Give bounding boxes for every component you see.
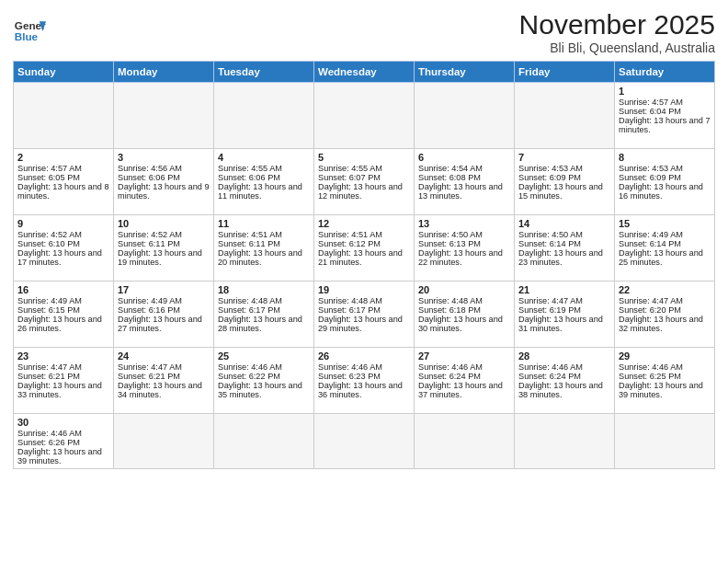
logo: General Blue: [13, 15, 46, 48]
day-number: 15: [619, 218, 711, 229]
day-number: 28: [518, 350, 610, 362]
day-number: 2: [17, 152, 109, 163]
day-header-wednesday: Wednesday: [314, 62, 415, 83]
day-info: Sunrise: 4:52 AM: [17, 230, 109, 239]
day-number: 8: [619, 152, 711, 163]
day-info: Sunset: 6:21 PM: [17, 372, 109, 381]
calendar-cell: [114, 414, 214, 469]
day-info: Daylight: 13 hours and 8 minutes.: [17, 182, 109, 201]
day-number: 27: [418, 350, 510, 362]
day-number: 21: [518, 284, 610, 295]
calendar-cell: [415, 83, 515, 149]
day-info: Sunset: 6:08 PM: [418, 173, 510, 182]
day-info: Sunrise: 4:53 AM: [619, 164, 711, 173]
day-number: 19: [318, 284, 410, 295]
day-info: Sunset: 6:21 PM: [118, 372, 210, 381]
day-info: Sunrise: 4:51 AM: [218, 230, 310, 239]
calendar-cell: [214, 414, 314, 469]
day-info: Daylight: 13 hours and 37 minutes.: [418, 381, 510, 399]
day-info: Sunrise: 4:47 AM: [518, 296, 610, 305]
day-number: 13: [418, 218, 510, 229]
day-info: Sunset: 6:24 PM: [418, 372, 510, 381]
day-number: 11: [218, 218, 310, 229]
calendar-cell: 10Sunrise: 4:52 AMSunset: 6:11 PMDayligh…: [114, 215, 214, 282]
header-row: SundayMondayTuesdayWednesdayThursdayFrid…: [14, 62, 715, 83]
day-info: Sunset: 6:15 PM: [17, 305, 109, 315]
calendar-cell: 28Sunrise: 4:46 AMSunset: 6:24 PMDayligh…: [515, 348, 615, 414]
day-number: 6: [418, 152, 510, 163]
day-info: Sunrise: 4:51 AM: [318, 230, 410, 239]
calendar-cell: 29Sunrise: 4:46 AMSunset: 6:25 PMDayligh…: [615, 348, 715, 414]
day-info: Sunrise: 4:48 AM: [418, 296, 510, 305]
day-info: Sunrise: 4:46 AM: [619, 362, 711, 372]
calendar-cell: 20Sunrise: 4:48 AMSunset: 6:18 PMDayligh…: [415, 282, 515, 348]
day-info: Sunrise: 4:57 AM: [17, 164, 109, 173]
day-info: Sunrise: 4:46 AM: [518, 362, 610, 372]
day-number: 18: [218, 284, 310, 295]
day-header-sunday: Sunday: [14, 62, 114, 83]
calendar-cell: 12Sunrise: 4:51 AMSunset: 6:12 PMDayligh…: [314, 215, 415, 282]
calendar-cell: 17Sunrise: 4:49 AMSunset: 6:16 PMDayligh…: [114, 282, 214, 348]
day-info: Sunrise: 4:48 AM: [218, 296, 310, 305]
day-info: Sunrise: 4:47 AM: [17, 362, 109, 372]
header: General Blue November 2025 Bli Bli, Quee…: [13, 9, 715, 55]
calendar-cell: [314, 83, 415, 149]
day-info: Sunrise: 4:47 AM: [118, 362, 210, 372]
day-info: Daylight: 13 hours and 13 minutes.: [418, 182, 510, 201]
day-info: Daylight: 13 hours and 26 minutes.: [17, 315, 109, 333]
calendar-cell: 24Sunrise: 4:47 AMSunset: 6:21 PMDayligh…: [114, 348, 214, 414]
day-info: Sunrise: 4:46 AM: [318, 362, 410, 372]
day-info: Daylight: 13 hours and 16 minutes.: [619, 182, 711, 201]
day-info: Sunset: 6:06 PM: [218, 173, 310, 182]
day-info: Daylight: 13 hours and 20 minutes.: [218, 248, 310, 267]
calendar-cell: 5Sunrise: 4:55 AMSunset: 6:07 PMDaylight…: [314, 149, 415, 215]
calendar-cell: 9Sunrise: 4:52 AMSunset: 6:10 PMDaylight…: [14, 215, 114, 282]
day-info: Sunset: 6:20 PM: [619, 305, 711, 315]
day-number: 1: [619, 86, 711, 97]
day-info: Sunset: 6:06 PM: [118, 173, 210, 182]
calendar-title: November 2025: [519, 9, 715, 40]
day-info: Sunset: 6:26 PM: [17, 438, 109, 447]
day-number: 17: [118, 284, 210, 295]
day-info: Sunrise: 4:46 AM: [17, 429, 109, 438]
day-number: 14: [518, 218, 610, 229]
day-info: Daylight: 13 hours and 17 minutes.: [17, 248, 109, 267]
day-number: 25: [218, 350, 310, 362]
calendar-cell: 1Sunrise: 4:57 AMSunset: 6:04 PMDaylight…: [615, 83, 715, 149]
day-info: Daylight: 13 hours and 31 minutes.: [518, 315, 610, 333]
calendar-cell: [415, 414, 515, 469]
calendar-cell: [515, 414, 615, 469]
calendar-cell: 30Sunrise: 4:46 AMSunset: 6:26 PMDayligh…: [14, 414, 114, 469]
day-info: Sunrise: 4:46 AM: [218, 362, 310, 372]
day-info: Sunrise: 4:56 AM: [118, 164, 210, 173]
day-info: Sunrise: 4:49 AM: [619, 230, 711, 239]
calendar-cell: 13Sunrise: 4:50 AMSunset: 6:13 PMDayligh…: [415, 215, 515, 282]
day-info: Sunrise: 4:57 AM: [619, 98, 711, 107]
day-info: Daylight: 13 hours and 12 minutes.: [318, 182, 410, 201]
calendar-page: General Blue November 2025 Bli Bli, Quee…: [0, 0, 728, 563]
day-info: Sunset: 6:24 PM: [518, 372, 610, 381]
calendar-cell: 19Sunrise: 4:48 AMSunset: 6:17 PMDayligh…: [314, 282, 415, 348]
day-info: Sunrise: 4:48 AM: [318, 296, 410, 305]
day-info: Sunset: 6:17 PM: [318, 305, 410, 315]
day-info: Sunrise: 4:55 AM: [218, 164, 310, 173]
day-info: Sunrise: 4:54 AM: [418, 164, 510, 173]
calendar-cell: [314, 414, 415, 469]
day-info: Sunset: 6:09 PM: [518, 173, 610, 182]
day-info: Sunrise: 4:53 AM: [518, 164, 610, 173]
calendar-cell: 3Sunrise: 4:56 AMSunset: 6:06 PMDaylight…: [114, 149, 214, 215]
day-info: Daylight: 13 hours and 30 minutes.: [418, 315, 510, 333]
week-row-0: 1Sunrise: 4:57 AMSunset: 6:04 PMDaylight…: [14, 83, 715, 149]
day-info: Daylight: 13 hours and 11 minutes.: [218, 182, 310, 201]
day-number: 12: [318, 218, 410, 229]
day-info: Sunrise: 4:49 AM: [17, 296, 109, 305]
day-info: Sunset: 6:14 PM: [619, 239, 711, 248]
day-number: 23: [17, 350, 109, 362]
calendar-cell: 23Sunrise: 4:47 AMSunset: 6:21 PMDayligh…: [14, 348, 114, 414]
day-header-tuesday: Tuesday: [214, 62, 314, 83]
day-info: Sunset: 6:19 PM: [518, 305, 610, 315]
calendar-table: SundayMondayTuesdayWednesdayThursdayFrid…: [13, 61, 715, 469]
day-number: 10: [118, 218, 210, 229]
week-row-1: 2Sunrise: 4:57 AMSunset: 6:05 PMDaylight…: [14, 149, 715, 215]
title-block: November 2025 Bli Bli, Queensland, Austr…: [519, 9, 715, 55]
